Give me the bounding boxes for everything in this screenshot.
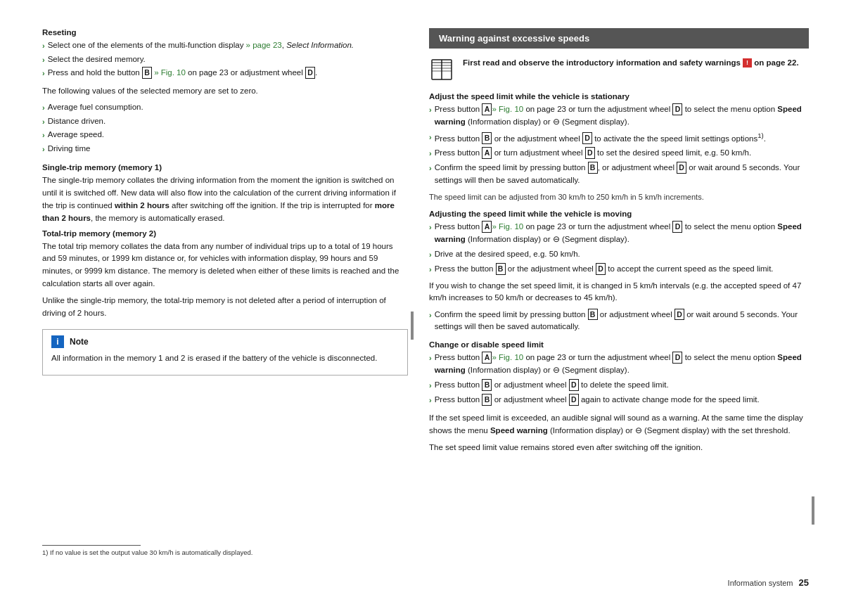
- button-d: D: [569, 379, 579, 391]
- chevron-icon: ›: [429, 394, 432, 406]
- button-a: A: [482, 147, 492, 159]
- button-d: D: [305, 67, 315, 79]
- single-trip-section: Single-trip memory (memory 1) The single…: [42, 163, 408, 224]
- bullet-text: Select the desired memory.: [48, 53, 146, 66]
- list-item: › Press button A or turn adjustment whee…: [429, 147, 809, 160]
- page-link[interactable]: » Fig. 10: [492, 105, 523, 113]
- adjust-moving-section: Adjusting the speed limit while the vehi…: [429, 210, 809, 276]
- total-trip-para: The total trip memory collates the data …: [42, 240, 408, 290]
- right-column: Warning against excessive speeds First r…: [429, 28, 809, 595]
- chevron-icon: ›: [429, 249, 432, 261]
- button-b: B: [482, 132, 492, 144]
- note-label: Note: [70, 337, 89, 347]
- note-text: All information in the memory 1 and 2 is…: [51, 352, 399, 365]
- total-trip-section: Total-trip memory (memory 2) The total t…: [42, 229, 408, 290]
- page-link[interactable]: » Fig. 10: [492, 222, 523, 231]
- chevron-icon: ›: [42, 129, 45, 141]
- chevron-icon: ›: [429, 309, 432, 334]
- page-link[interactable]: » Fig. 10: [492, 353, 523, 361]
- list-item: › Press and hold the button B » Fig. 10 …: [42, 67, 408, 79]
- button-d: D: [585, 147, 595, 159]
- list-item: › Press button B or adjustment wheel D t…: [429, 379, 809, 392]
- list-item: › Driving time: [42, 143, 408, 155]
- button-d: D: [672, 221, 682, 233]
- footer-text: Information system: [728, 579, 793, 587]
- button-d: D: [582, 132, 592, 144]
- bullet-text: Distance driven.: [48, 115, 106, 128]
- chevron-icon: ›: [42, 102, 45, 114]
- left-column: Reseting › Select one of the elements of…: [42, 28, 408, 595]
- chevron-icon: ›: [429, 104, 432, 129]
- exclaim-icon: !: [743, 58, 752, 68]
- total-trip-title: Total-trip memory (memory 2): [42, 229, 408, 238]
- bullet-text: Press button B or adjustment wheel D aga…: [435, 394, 760, 406]
- audible-para: If the set speed limit is exceeded, an a…: [429, 412, 809, 437]
- bullet-text: Press button B or adjustment wheel D to …: [435, 379, 669, 392]
- button-d: D: [674, 309, 684, 321]
- chevron-icon: ›: [42, 68, 45, 79]
- list-item: › Confirm the speed limit by pressing bu…: [429, 162, 809, 187]
- page-link[interactable]: » Fig. 10: [154, 68, 186, 77]
- adjust-moving-title: Adjusting the speed limit while the vehi…: [429, 210, 809, 218]
- bullet-text: Press button A or turn adjustment wheel …: [435, 147, 752, 160]
- bullet-text: Press the button B or the adjustment whe…: [435, 263, 774, 276]
- button-b: B: [588, 309, 598, 321]
- page-footer: Information system 25: [728, 577, 809, 588]
- list-item: › Select one of the elements of the mult…: [42, 39, 408, 52]
- footnote-section: 1) If no value is set the output value 3…: [42, 531, 401, 556]
- footnote-text: 1) If no value is set the output value 3…: [42, 548, 401, 556]
- scroll-indicator-left: [411, 312, 414, 340]
- button-d: D: [596, 263, 606, 275]
- bullet-text: Press button B or the adjustment wheel D…: [435, 131, 766, 146]
- button-d: D: [569, 394, 579, 406]
- button-d: D: [672, 103, 682, 115]
- speed-range-note: The speed limit can be adjusted from 30 …: [429, 191, 809, 203]
- safety-intro-text: First read and observe the introductory …: [463, 57, 799, 69]
- list-item: › Press button B or adjustment wheel D a…: [429, 394, 809, 406]
- chevron-icon: ›: [42, 54, 45, 66]
- moving-note: If you wish to change the set speed limi…: [429, 280, 809, 304]
- chevron-icon: ›: [429, 148, 432, 160]
- button-b: B: [496, 263, 506, 275]
- single-trip-title: Single-trip memory (memory 1): [42, 163, 408, 172]
- footnote-divider: [42, 545, 141, 546]
- list-item: › Average fuel consumption.: [42, 101, 408, 114]
- bullet-text: Drive at the desired speed, e.g. 50 km/h…: [435, 248, 580, 261]
- list-item: › Press the button B or the adjustment w…: [429, 263, 809, 276]
- note-icon: i: [51, 335, 64, 348]
- reset-para: The following values of the selected mem…: [42, 85, 408, 98]
- stored-para: The set speed limit value remains stored…: [429, 442, 809, 454]
- bullet-text: Average fuel consumption.: [48, 101, 143, 114]
- button-a: A: [482, 352, 492, 364]
- button-b: B: [588, 162, 598, 174]
- button-a: A: [482, 221, 492, 233]
- note-box: i Note All information in the memory 1 a…: [42, 329, 408, 376]
- button-b: B: [482, 379, 492, 391]
- confirm-bullet: › Confirm the speed limit by pressing bu…: [429, 309, 809, 334]
- chevron-icon: ›: [429, 162, 432, 187]
- bullet-text: Confirm the speed limit by pressing butt…: [435, 162, 809, 187]
- button-a: A: [482, 103, 492, 115]
- warning-header: Warning against excessive speeds: [429, 28, 809, 49]
- chevron-icon: ›: [429, 380, 432, 392]
- reseting-section: Reseting › Select one of the elements of…: [42, 28, 408, 79]
- reseting-title: Reseting: [42, 28, 408, 37]
- chevron-icon: ›: [429, 352, 432, 377]
- book-icon: [429, 57, 454, 82]
- safety-box: First read and observe the introductory …: [429, 57, 809, 82]
- list-item: › Press button A» Fig. 10 on page 23 or …: [429, 221, 809, 246]
- bullet-text: Press button A» Fig. 10 on page 23 or tu…: [435, 221, 809, 246]
- unlike-para: Unlike the single-trip memory, the total…: [42, 295, 408, 320]
- adjust-stationary-section: Adjust the speed limit while the vehicle…: [429, 92, 809, 187]
- bullet-text: Driving time: [48, 143, 91, 155]
- chevron-icon: ›: [429, 264, 432, 276]
- chevron-icon: ›: [429, 131, 432, 146]
- list-item: › Average speed.: [42, 129, 408, 141]
- scroll-indicator-right: [812, 496, 814, 525]
- chevron-icon: ›: [429, 222, 432, 246]
- single-trip-para: The single-trip memory collates the driv…: [42, 174, 408, 224]
- bullet-text: Confirm the speed limit by pressing butt…: [435, 309, 809, 334]
- page-link[interactable]: » page 23: [246, 41, 282, 49]
- change-title: Change or disable speed limit: [429, 340, 809, 349]
- chevron-icon: ›: [42, 116, 45, 128]
